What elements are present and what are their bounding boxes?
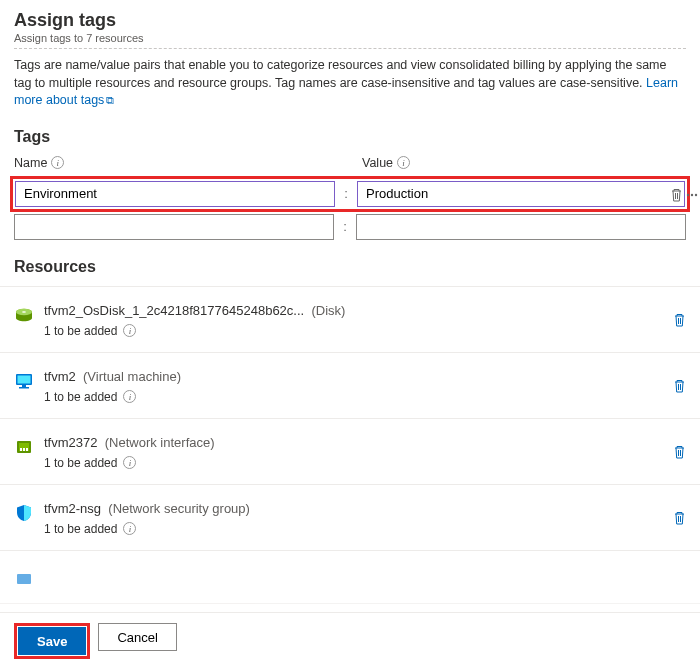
disk-icon <box>14 305 34 325</box>
resource-row: tfvm2372 (Network interface) 1 to be add… <box>0 419 700 485</box>
tag-value-input-empty[interactable] <box>356 214 686 240</box>
delete-resource-icon[interactable] <box>673 313 686 327</box>
tag-separator: : <box>335 186 357 201</box>
info-icon[interactable]: i <box>123 456 136 469</box>
svg-rect-13 <box>23 448 25 451</box>
svg-rect-7 <box>18 375 31 383</box>
svg-rect-15 <box>17 574 31 584</box>
resource-row: tfvm2_OsDisk_1_2c4218f8177645248b62c... … <box>0 287 700 353</box>
resource-row: tfvm2-nsg (Network security group) 1 to … <box>0 485 700 551</box>
network-security-group-icon <box>14 503 34 523</box>
resource-status: 1 to be added <box>44 522 117 536</box>
info-icon[interactable]: i <box>51 156 64 169</box>
delete-tag-icon[interactable] <box>668 182 684 208</box>
tag-name-input-empty[interactable] <box>14 214 334 240</box>
info-icon[interactable]: i <box>123 324 136 337</box>
svg-point-5 <box>22 311 26 313</box>
resource-row: tfvm2 (Virtual machine) 1 to be addedi <box>0 353 700 419</box>
resources-section-title: Resources <box>14 258 686 276</box>
svg-point-1 <box>691 193 693 195</box>
svg-rect-12 <box>20 448 22 451</box>
info-icon[interactable]: i <box>123 522 136 535</box>
svg-point-0 <box>687 193 689 195</box>
svg-rect-9 <box>19 387 29 389</box>
svg-rect-14 <box>26 448 28 451</box>
description-text: Tags are name/value pairs that enable yo… <box>14 57 686 110</box>
svg-point-2 <box>695 193 697 195</box>
svg-rect-8 <box>22 385 26 387</box>
description-body: Tags are name/value pairs that enable yo… <box>14 58 666 90</box>
panel-subtitle: Assign tags to 7 resources <box>14 32 686 44</box>
resource-status: 1 to be added <box>44 390 117 404</box>
delete-resource-icon[interactable] <box>673 379 686 393</box>
info-icon[interactable]: i <box>397 156 410 169</box>
resource-status: 1 to be added <box>44 456 117 470</box>
virtual-machine-icon <box>14 371 34 391</box>
tag-value-input[interactable] <box>357 181 685 207</box>
info-icon[interactable]: i <box>123 390 136 403</box>
resources-list: tfvm2_OsDisk_1_2c4218f8177645248b62c... … <box>0 286 700 604</box>
tag-name-input[interactable] <box>15 181 335 207</box>
value-column-header: Value <box>362 156 393 170</box>
resource-type: (Disk) <box>311 303 345 318</box>
resource-row <box>0 551 700 604</box>
resource-type: (Virtual machine) <box>83 369 181 384</box>
more-icon[interactable] <box>684 182 700 208</box>
panel-title: Assign tags <box>14 10 686 31</box>
resource-icon <box>14 569 34 589</box>
save-button[interactable]: Save <box>18 627 86 655</box>
resource-name: tfvm2 <box>44 369 76 384</box>
divider <box>14 48 686 49</box>
delete-resource-icon[interactable] <box>673 445 686 459</box>
footer: Save Cancel <box>0 612 700 669</box>
save-highlight: Save <box>14 623 90 659</box>
resource-name: tfvm2372 <box>44 435 97 450</box>
tags-section-title: Tags <box>14 128 686 146</box>
resource-status: 1 to be added <box>44 324 117 338</box>
resource-name: tfvm2-nsg <box>44 501 101 516</box>
network-interface-icon <box>14 437 34 457</box>
delete-resource-icon[interactable] <box>673 511 686 525</box>
name-column-header: Name <box>14 156 47 170</box>
resource-name <box>44 567 686 582</box>
resource-name: tfvm2_OsDisk_1_2c4218f8177645248b62c... <box>44 303 304 318</box>
resource-type: (Network interface) <box>105 435 215 450</box>
tag-separator: : <box>334 219 356 234</box>
resource-type: (Network security group) <box>108 501 250 516</box>
external-link-icon: ⧉ <box>106 93 114 108</box>
cancel-button[interactable]: Cancel <box>98 623 176 651</box>
